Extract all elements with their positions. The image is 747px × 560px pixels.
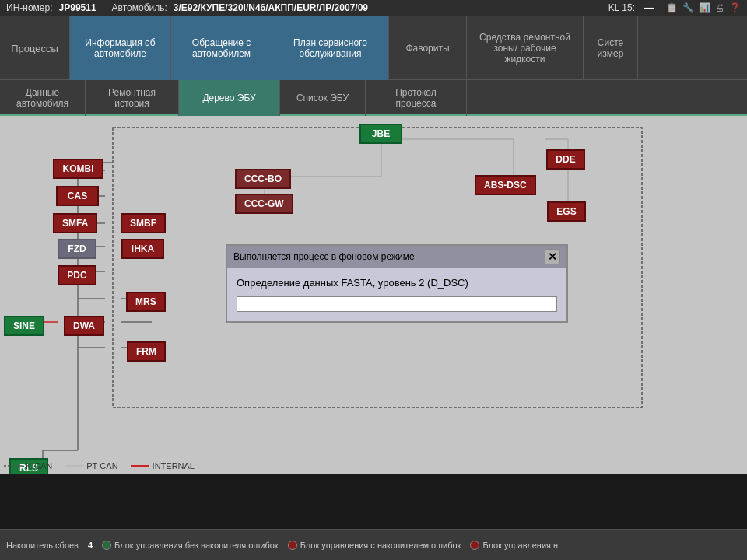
legend-other: Блок управления н — [470, 541, 558, 550]
modal-description: Определение данных FASTA, уровень 2 (D_D… — [237, 277, 557, 289]
car-value: 3/E92/КУПЕ/320i/N46/АКПП/EUR/ЛР/2007/09 — [174, 2, 368, 13]
ecu-FRM[interactable]: FRM — [127, 341, 166, 362]
nav2-repair-history[interactable]: Ремонтная история — [86, 80, 179, 116]
nav2-ecu-tree[interactable]: Дерево ЭБУ — [179, 80, 280, 116]
with-errors-label: Блок управления с накопителем ошибок — [300, 541, 461, 550]
nav-row-1: Процессы Информация об автомобиле Обраще… — [0, 16, 747, 80]
ecu-SINE[interactable]: SINE — [4, 316, 44, 336]
other-label: Блок управления н — [482, 541, 558, 550]
nav-row-2: Данные автомобиля Ремонтная история Дере… — [0, 80, 747, 116]
nav2-car-data[interactable]: Данные автомобиля — [0, 80, 86, 116]
nav-measure[interactable]: Систе измер — [584, 16, 638, 80]
legend-area: K-CAN PT-CAN INTERNAL — [4, 461, 195, 471]
ecu-KOMBI[interactable]: KOMBI — [53, 159, 103, 179]
in-label: ИН-номер: — [6, 2, 53, 13]
icon5: ❓ — [729, 2, 741, 13]
modal-header: Выполняется процесс в фоновом режиме ✕ — [227, 246, 566, 268]
modal-title: Выполняется процесс в фоновом режиме — [233, 251, 415, 262]
nav2-process-log[interactable]: Протокол процесса — [366, 80, 467, 116]
ecu-DWA[interactable]: DWA — [64, 316, 104, 336]
nav-service-plan[interactable]: План сервисного обслуживания — [272, 16, 389, 80]
toolbar-icons: 📋 🔧 📊 🖨 ❓ — [666, 2, 741, 13]
legend-pt-can-label: PT-CAN — [65, 461, 117, 471]
background-process-modal: Выполняется процесс в фоновом режиме ✕ О… — [226, 244, 568, 323]
error-count-label: Накопитель сбоев — [6, 541, 79, 550]
ecu-IHKA[interactable]: IHKA — [121, 239, 164, 259]
kl-value: — — [644, 2, 654, 13]
ecu-DDE[interactable]: DDE — [546, 149, 585, 170]
nav-processes[interactable]: Процессы — [0, 16, 70, 80]
internal-line-icon — [131, 463, 149, 469]
status-bar: Накопитель сбоев 4 Блок управления без н… — [0, 529, 747, 560]
nav-favorites[interactable]: Фавориты — [389, 16, 467, 80]
ecu-MRS[interactable]: MRS — [126, 292, 166, 312]
icon4: 🖨 — [715, 2, 724, 13]
ecu-SMFA[interactable]: SMFA — [53, 213, 97, 233]
in-value: JP99511 — [59, 2, 96, 13]
ecu-PDC[interactable]: PDC — [58, 265, 96, 285]
nav2-ecu-list[interactable]: Список ЭБУ — [280, 80, 366, 116]
k-can-line-icon — [4, 463, 23, 469]
legend-k-can-label: K-CAN — [4, 461, 52, 471]
legend-internal-label: INTERNAL — [131, 461, 195, 471]
other-dot — [470, 541, 479, 550]
pt-can-line-icon — [65, 463, 83, 469]
ecu-CCC-BO[interactable]: CCC-BO — [235, 169, 291, 189]
error-count-value: 4 — [88, 541, 93, 550]
main-diagram: JBE KOMBI CAS DDE ABS-DSC EGS CCC-BO CCC… — [0, 116, 747, 474]
ecu-CCC-GW[interactable]: CCC-GW — [235, 194, 293, 214]
ecu-CAS[interactable]: CAS — [56, 186, 99, 206]
modal-progress-bar — [237, 296, 557, 312]
nav-repair-zone[interactable]: Средства ремонтной зоны/ рабочие жидкост… — [467, 16, 584, 80]
legend-with-errors: Блок управления с накопителем ошибок — [288, 541, 461, 550]
ecu-SMBF[interactable]: SMBF — [121, 213, 166, 233]
no-errors-dot — [102, 541, 111, 550]
nav-car-info[interactable]: Информация об автомобиле — [70, 16, 171, 80]
no-errors-label: Блок управления без накопителя ошибок — [114, 541, 279, 550]
top-info-bar: ИН-номер: JP99511 Автомобиль: 3/E92/КУПЕ… — [0, 0, 747, 16]
modal-body: Определение данных FASTA, уровень 2 (D_D… — [227, 268, 566, 321]
ecu-JBE[interactable]: JBE — [359, 124, 402, 144]
ecu-ABS-DSC[interactable]: ABS-DSC — [475, 175, 536, 195]
nav-car-handle[interactable]: Обращение с автомобилем — [171, 16, 272, 80]
ecu-FZD[interactable]: FZD — [58, 239, 96, 259]
legend-no-errors: Блок управления без накопителя ошибок — [102, 541, 279, 550]
kl-label: KL 15: — [608, 2, 635, 13]
icon2: 🔧 — [682, 2, 694, 13]
with-errors-dot — [288, 541, 297, 550]
ecu-EGS[interactable]: EGS — [547, 201, 586, 222]
car-label: Автомобиль: — [112, 2, 167, 13]
modal-close-button[interactable]: ✕ — [545, 249, 560, 264]
icon1: 📋 — [666, 2, 678, 13]
icon3: 📊 — [699, 2, 710, 13]
